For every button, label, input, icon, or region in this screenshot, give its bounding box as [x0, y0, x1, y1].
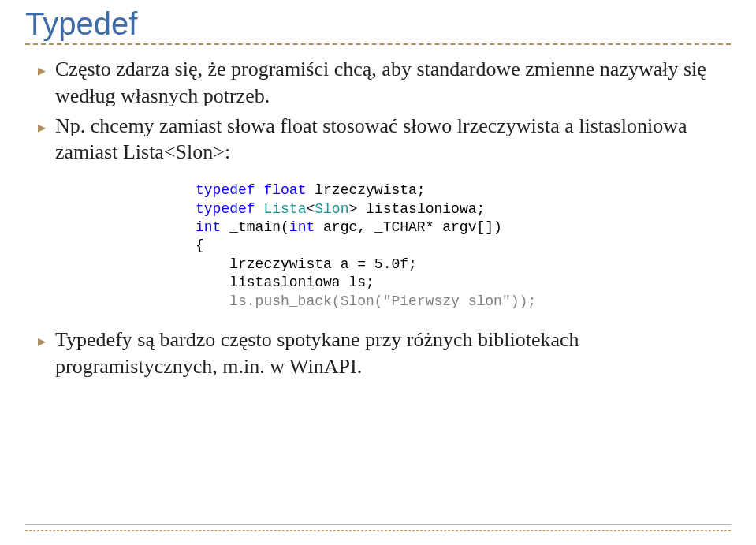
- code-keyword: typedef: [196, 201, 263, 217]
- code-text: _tmain(: [221, 219, 289, 235]
- code-text: {: [196, 237, 731, 255]
- bullet-text: Typedefy są bardzo często spotykane przy…: [55, 327, 731, 380]
- code-text: argc, _TCHAR* argv[]): [315, 219, 502, 235]
- bullet-marker: ▸: [38, 331, 46, 350]
- code-keyword: int: [196, 219, 221, 235]
- code-type: Lista: [263, 201, 306, 217]
- code-text: listasloniowa;: [357, 201, 485, 217]
- slide-title: Typedef: [25, 6, 731, 45]
- code-type: Slon: [315, 201, 348, 217]
- footer-divider: [25, 524, 731, 531]
- bullet-marker: ▸: [38, 61, 46, 80]
- slide-content: ▸ Często zdarza się, że programiści chcą…: [25, 47, 731, 380]
- code-type: Slon: [341, 293, 374, 309]
- bullet-item: ▸ Często zdarza się, że programiści chcą…: [38, 56, 731, 110]
- code-block: typedef float lrzeczywista; typedef List…: [196, 181, 731, 311]
- bullet-text: Np. chcemy zamiast słowa float stosować …: [55, 113, 731, 166]
- bullet-text: Często zdarza się, że programiści chcą, …: [55, 56, 731, 110]
- code-text: ));: [511, 293, 536, 309]
- code-string: "Pierwszy slon": [383, 293, 511, 309]
- code-text: (: [374, 293, 383, 309]
- code-delim: >: [348, 201, 357, 217]
- code-text: ls.push_back(: [196, 293, 341, 309]
- code-keyword: float: [263, 182, 306, 198]
- bullet-item: ▸ Typedefy są bardzo często spotykane pr…: [38, 327, 731, 380]
- code-keyword: int: [289, 219, 315, 235]
- bullet-item: ▸ Np. chcemy zamiast słowa float stosowa…: [38, 113, 731, 166]
- code-keyword: typedef: [196, 182, 263, 198]
- code-text: listasloniowa ls;: [196, 274, 731, 292]
- code-text: lrzeczywista;: [306, 182, 425, 198]
- code-delim: <: [306, 201, 315, 217]
- code-text: lrzeczywista a = 5.0f;: [196, 256, 731, 274]
- bullet-marker: ▸: [38, 118, 46, 136]
